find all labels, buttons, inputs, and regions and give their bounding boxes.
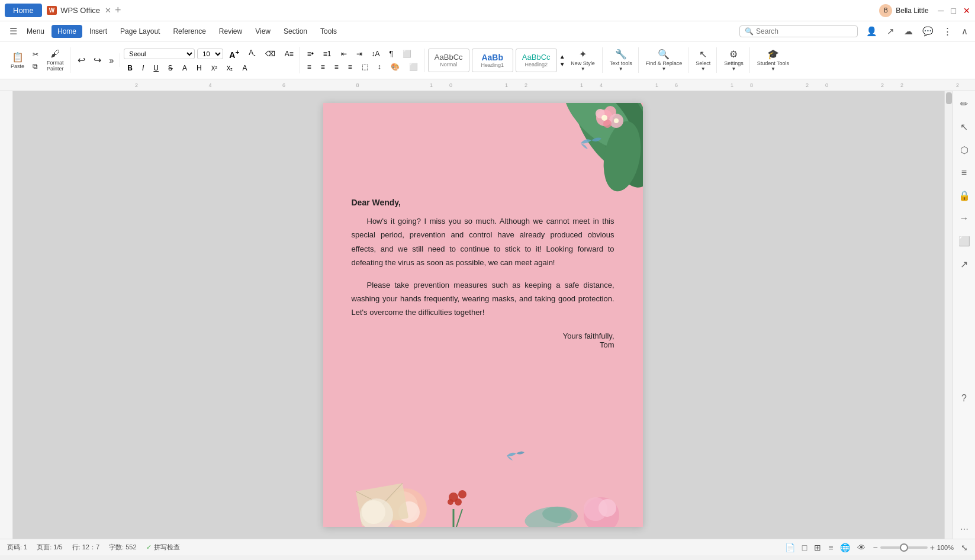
new-style-button[interactable]: ✦ New Style ▼ bbox=[567, 47, 600, 73]
menu-item-reference[interactable]: Reference bbox=[167, 25, 211, 38]
zoom-out-button[interactable]: − bbox=[873, 543, 877, 552]
export-icon[interactable]: ↗ bbox=[884, 25, 897, 38]
more-panel-icon[interactable]: ⋯ bbox=[960, 524, 968, 534]
outline-view-icon[interactable]: ≡ bbox=[828, 543, 833, 552]
export-link-icon[interactable]: ↗ bbox=[958, 256, 970, 272]
search-box[interactable]: 🔍 bbox=[739, 25, 858, 37]
view-page-icon[interactable]: 📄 bbox=[785, 543, 795, 552]
bullets-button[interactable]: ≡• bbox=[304, 49, 317, 59]
chat-icon[interactable]: 💬 bbox=[920, 25, 936, 38]
view-single-icon[interactable]: □ bbox=[802, 543, 807, 552]
read-mode-icon[interactable]: 👁 bbox=[857, 543, 865, 552]
redo-button[interactable]: ↪ bbox=[90, 53, 105, 67]
style-heading1[interactable]: AaBb Heading1 bbox=[472, 49, 513, 72]
zoom-in-button[interactable]: + bbox=[930, 543, 935, 552]
hamburger-menu-icon[interactable]: ☰ bbox=[7, 25, 20, 38]
sort-button[interactable]: ↕A bbox=[368, 49, 384, 59]
font-effects-button[interactable]: A≡ bbox=[281, 49, 297, 59]
font-family-select[interactable]: Seoul bbox=[124, 49, 195, 59]
fit-window-button[interactable]: ⤡ bbox=[961, 543, 968, 552]
frame-icon[interactable]: ⬜ bbox=[956, 233, 973, 249]
para-border-button[interactable]: ⬜ bbox=[406, 62, 421, 72]
zoom-slider[interactable] bbox=[880, 546, 928, 549]
paste-button[interactable]: 📋 Paste bbox=[7, 50, 28, 70]
text-tools-button[interactable]: 🔧 Text tools ▼ bbox=[606, 47, 636, 73]
import-icon[interactable]: → bbox=[957, 211, 971, 226]
more-menu-icon[interactable]: ⋮ bbox=[941, 25, 954, 38]
decrease-indent-button[interactable]: ⇤ bbox=[337, 49, 350, 59]
new-style-dropdown[interactable]: ▼ bbox=[581, 66, 585, 72]
maximize-button[interactable]: □ bbox=[951, 6, 956, 15]
menu-item-insert[interactable]: Insert bbox=[83, 25, 113, 38]
copy-button[interactable]: ⧉ bbox=[29, 61, 42, 72]
scrollbar-thumb[interactable] bbox=[946, 92, 952, 104]
bold-button[interactable]: B bbox=[124, 63, 136, 73]
settings-button[interactable]: ⚙ Settings ▼ bbox=[720, 47, 747, 73]
settings-dropdown[interactable]: ▼ bbox=[732, 66, 736, 72]
clear-format-button[interactable]: ⌫ bbox=[262, 49, 279, 59]
student-tools-button[interactable]: 🎓 Student Tools ▼ bbox=[754, 47, 793, 73]
undo-button[interactable]: ↩ bbox=[74, 53, 89, 67]
tab-close-icon[interactable]: ✕ bbox=[105, 6, 111, 15]
search-input[interactable] bbox=[756, 27, 852, 36]
document-area[interactable]: Dear Wendy, How's it going? I miss you s… bbox=[13, 91, 953, 539]
minimize-button[interactable]: ─ bbox=[938, 6, 944, 15]
highlight-button[interactable]: H bbox=[193, 63, 205, 73]
menu-item-view[interactable]: View bbox=[249, 25, 276, 38]
help-icon[interactable]: ? bbox=[959, 391, 969, 406]
vertical-scrollbar[interactable] bbox=[944, 91, 953, 539]
filter-icon[interactable]: ≡ bbox=[959, 165, 969, 181]
menu-item-menu[interactable]: Menu bbox=[21, 25, 50, 38]
share-icon[interactable]: 👤 bbox=[864, 25, 880, 38]
cut-button[interactable]: ✂ bbox=[29, 49, 42, 60]
menu-item-home[interactable]: Home bbox=[52, 25, 82, 38]
select-dropdown[interactable]: ▼ bbox=[701, 66, 706, 72]
find-replace-button[interactable]: 🔍 Find & Replace ▼ bbox=[642, 47, 686, 73]
justify-button[interactable]: ≡ bbox=[345, 62, 356, 72]
more-undo-button[interactable]: » bbox=[106, 54, 118, 66]
format-painter-button[interactable]: 🖌 Format Painter bbox=[43, 47, 67, 73]
web-view-icon[interactable]: 🌐 bbox=[840, 543, 850, 552]
superscript-button[interactable]: X² bbox=[208, 64, 221, 73]
underline-button[interactable]: U bbox=[150, 63, 162, 73]
lock-icon[interactable]: 🔒 bbox=[956, 188, 973, 204]
text-tools-dropdown[interactable]: ▼ bbox=[619, 66, 623, 72]
pen-icon[interactable]: ✏ bbox=[958, 96, 970, 112]
line-spacing-button[interactable]: ↕ bbox=[374, 62, 385, 72]
char-shading-button[interactable]: A bbox=[239, 63, 250, 73]
styles-scroll-down[interactable]: ▼ bbox=[559, 61, 565, 67]
cursor-icon[interactable]: ↖ bbox=[958, 119, 970, 135]
styles-scroll-up[interactable]: ▲ bbox=[559, 53, 565, 60]
student-tools-dropdown[interactable]: ▼ bbox=[771, 66, 776, 72]
font-color-button[interactable]: A bbox=[179, 63, 191, 73]
collapse-icon[interactable]: ∧ bbox=[959, 25, 970, 38]
italic-button[interactable]: I bbox=[139, 63, 147, 73]
strikethrough-button[interactable]: S̶ bbox=[165, 63, 176, 73]
shape-icon[interactable]: ⬡ bbox=[958, 142, 971, 158]
columns-button[interactable]: ⬚ bbox=[358, 62, 372, 72]
border-button[interactable]: ⬜ bbox=[399, 49, 415, 59]
find-replace-dropdown[interactable]: ▼ bbox=[661, 66, 666, 72]
menu-item-section[interactable]: Section bbox=[278, 25, 313, 38]
align-center-button[interactable]: ≡ bbox=[317, 62, 329, 72]
subscript-button[interactable]: X₂ bbox=[223, 64, 237, 73]
view-multi-icon[interactable]: ⊞ bbox=[814, 543, 821, 552]
style-heading2[interactable]: AaBbCc Heading2 bbox=[516, 49, 557, 72]
increase-indent-button[interactable]: ⇥ bbox=[353, 49, 366, 59]
zoom-thumb[interactable] bbox=[900, 543, 908, 552]
numbering-button[interactable]: ≡1 bbox=[320, 49, 335, 59]
close-button[interactable]: ✕ bbox=[963, 6, 970, 15]
cloud-icon[interactable]: ☁ bbox=[902, 25, 915, 38]
shrink-font-button[interactable]: A- bbox=[245, 47, 259, 59]
grow-font-button[interactable]: A+ bbox=[226, 47, 243, 61]
menu-item-review[interactable]: Review bbox=[213, 25, 248, 38]
style-normal[interactable]: AaBbCc Normal bbox=[428, 49, 469, 72]
add-tab-button[interactable]: + bbox=[115, 4, 121, 17]
align-right-button[interactable]: ≡ bbox=[331, 62, 342, 72]
menu-item-tools[interactable]: Tools bbox=[314, 25, 343, 38]
home-tab-button[interactable]: Home bbox=[5, 4, 42, 17]
font-size-select[interactable]: 10 bbox=[197, 49, 223, 59]
show-marks-button[interactable]: ¶ bbox=[386, 49, 397, 59]
menu-item-page-layout[interactable]: Page Layout bbox=[114, 25, 166, 38]
shading-button[interactable]: 🎨 bbox=[387, 62, 403, 72]
